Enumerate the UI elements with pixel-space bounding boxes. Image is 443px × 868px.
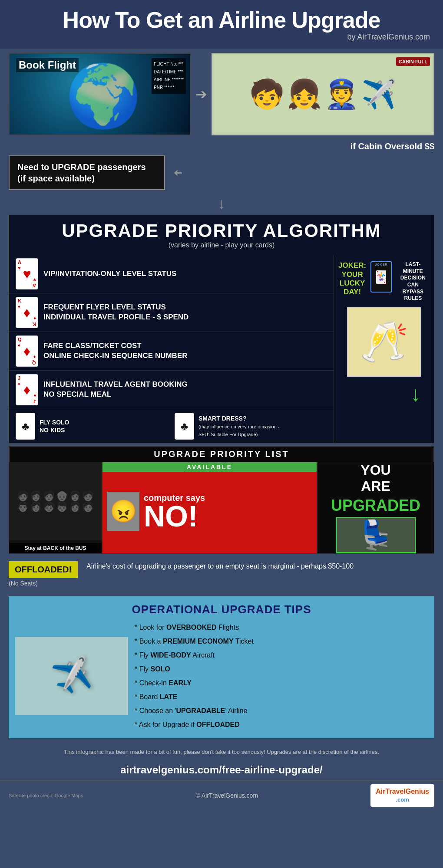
- offloaded-label: OFFLOADED!: [15, 565, 72, 574]
- footer-url: airtravelgenius.com/free-airline-upgrade…: [0, 762, 443, 780]
- tip-6: * Board LATE: [135, 690, 428, 704]
- main-title: How To Get an Airline Upgrade: [4, 8, 439, 33]
- champagne-icon: 🥂: [360, 319, 408, 365]
- tip-3: * Fly WIDE-BODY Aircraft: [135, 648, 428, 662]
- card-queen-diamonds: Q♦ ♦ Q♦: [16, 335, 38, 367]
- card-king-diamonds: K♦ ♦ K♦: [16, 297, 38, 328]
- priority-list-title: UPGRADE PRIORITY LIST: [12, 449, 431, 459]
- algorithm-subtitle: (varies by airline - play your cards): [11, 241, 432, 253]
- green-arrow-down: ↓: [338, 382, 430, 406]
- tips-section: OPERATIONAL UPGRADE TIPS ✈️ * Look for O…: [9, 596, 434, 738]
- tips-plane-box: ✈️: [15, 637, 128, 715]
- brand-domain: .com: [396, 796, 409, 803]
- card-entry-frequent-flyer: K♦ ♦ K♦ FREQUENT FLYER LEVEL STATUSINDIV…: [9, 293, 334, 332]
- cabin-full-badge: CABIN FULL: [396, 57, 430, 66]
- joker-row: JOKER:YOURLUCKYDAY! 🃏 LAST-MINUTEDECISIO…: [338, 261, 430, 302]
- airline-field: AIRLINE *******: [154, 76, 184, 84]
- copyright-text: © AirTravelGenius.com: [195, 792, 258, 799]
- book-flight-label: Book Flight: [16, 58, 79, 72]
- seat-icon: 💺: [358, 519, 393, 552]
- toy-person-2: 👧: [287, 78, 322, 111]
- computer-content: 😠 computer says NO!: [102, 492, 317, 531]
- date-time: DATE/TIME ***: [154, 68, 184, 76]
- offloaded-section: OFFLOADED! (No Seats) Airline's cost of …: [0, 556, 443, 592]
- frequent-flyer-label: FREQUENT FLYER LEVEL STATUSINDIVIDUAL TR…: [43, 302, 188, 322]
- algorithm-section: UPGRADE PRIORITY ALGORITHM (varies by ai…: [9, 215, 434, 444]
- cost-text: Airline's cost of upgrading a passenger …: [86, 561, 434, 572]
- brand-logo: AirTravelGenius .com: [370, 784, 434, 807]
- last-minute-label: LAST-MINUTEDECISIONCAN BYPASSRULES: [397, 261, 430, 302]
- airplane-icon: ✈️: [49, 654, 94, 698]
- algorithm-title: UPGRADE PRIORITY ALGORITHM: [11, 220, 432, 241]
- double-entry-row: ♣ FLY SOLONO KIDS ♣ SMART DRESS?(may inf…: [9, 409, 334, 443]
- upgraded-label: UPGRADED: [331, 496, 420, 515]
- card-jack-diamonds: J♦ ♦ J♦: [16, 374, 38, 405]
- header: How To Get an Airline Upgrade by AirTrav…: [0, 0, 443, 49]
- vip-label: VIP/INVITATION-ONLY LEVEL STATUS: [43, 269, 176, 279]
- tips-header: OPERATIONAL UPGRADE TIPS: [15, 603, 428, 616]
- computer-face-icon: 😠: [107, 492, 139, 531]
- toy-pilot: 👮: [324, 78, 359, 111]
- oversold-row: if Cabin Oversold $$: [0, 140, 443, 153]
- upgraded-seat-image: 💺: [336, 517, 416, 553]
- tip-2: * Book a PREMIUM ECONOMY Ticket: [135, 635, 428, 648]
- toy-airplane-box: CABIN FULL 🧒 👧 👮 ✈️: [212, 53, 434, 135]
- card-clubs-solo: ♣: [16, 413, 35, 440]
- left-arrow-icon: ➔: [174, 167, 182, 179]
- joker-text-box: JOKER:YOURLUCKYDAY!: [338, 261, 366, 297]
- pnr-field: PNR ******: [154, 84, 184, 92]
- need-upgrade-text: Need to UPGRADE passengers (if space ava…: [17, 162, 146, 183]
- footer-bottom: Satellite photo credit: Google Maps © Ai…: [0, 780, 443, 813]
- smart-dress-entry: ♣ SMART DRESS?(may influence on very rar…: [175, 413, 327, 440]
- card-entry-fare-class: Q♦ ♦ Q♦ FARE CLASS/TICKET COSTONLINE CHE…: [9, 332, 334, 371]
- priority-list-header: UPGRADE PRIORITY LIST: [9, 446, 434, 462]
- algorithm-columns: A♥ ♥ A♥ VIP/INVITATION-ONLY LEVEL STATUS…: [9, 255, 434, 443]
- tip-5: * Check-in EARLY: [135, 676, 428, 690]
- book-flight-section: Book Flight FLIGHT No. *** DATE/TIME ***…: [0, 49, 443, 140]
- offloaded-sub: (No Seats): [9, 578, 78, 587]
- card-entry-vip: A♥ ♥ A♥ VIP/INVITATION-ONLY LEVEL STATUS: [9, 255, 334, 293]
- travel-agent-label: INFLUENTIAL TRAVEL AGENT BOOKINGNO SPECI…: [43, 380, 188, 400]
- crowd-image: 🧑 👩 🧑 👴 👩 🧑 👨 👩 🧒 👦 👩 🧑: [9, 462, 102, 540]
- fare-class-label: FARE CLASS/TICKET COSTONLINE CHECK-IN SE…: [43, 341, 188, 361]
- tips-body: ✈️ * Look for OVERBOOKED Flights * Book …: [15, 621, 428, 732]
- fly-solo-entry: ♣ FLY SOLONO KIDS: [16, 413, 168, 440]
- says-no-group: computer says NO!: [144, 493, 205, 529]
- priority-list-body: 🧑 👩 🧑 👴 👩 🧑 👨 👩 🧒 👦 👩 🧑 Stay at BACK of …: [9, 462, 434, 553]
- tips-list: * Look for OVERBOOKED Flights * Book a P…: [135, 621, 428, 732]
- need-upgrade-box: Need to UPGRADE passengers (if space ava…: [9, 155, 165, 190]
- available-bar: AVAILABLE: [102, 462, 317, 472]
- algorithm-right-column: JOKER:YOURLUCKYDAY! 🃏 LAST-MINUTEDECISIO…: [334, 255, 434, 443]
- byline: by AirTravelGenius.com: [4, 33, 439, 45]
- offloaded-group: OFFLOADED! (No Seats): [9, 561, 78, 587]
- priority-list-section: UPGRADE PRIORITY LIST 🧑 👩 🧑 👴 👩 🧑 👨 👩 🧒 …: [9, 446, 434, 554]
- champagne-image: 🥂: [347, 307, 421, 377]
- card-ace-hearts: A♥ ♥ A♥: [16, 258, 38, 289]
- toy-plane-icon: ✈️: [361, 78, 397, 111]
- photo-credit: Satellite photo credit: Google Maps: [9, 793, 83, 798]
- right-arrow-icon: ➔: [191, 86, 212, 102]
- flight-no: FLIGHT No. ***: [154, 60, 184, 68]
- smart-dress-label: SMART DRESS?(may influence on very rare …: [198, 414, 279, 438]
- disclaimer: This infographic has been made for a bit…: [0, 743, 443, 762]
- joker-card-icon: 🃏: [370, 261, 392, 293]
- computer-no-label: NO!: [144, 503, 205, 529]
- algorithm-header: UPGRADE PRIORITY ALGORITHM (varies by ai…: [9, 215, 434, 255]
- toy-person-1: 🧒: [249, 78, 284, 111]
- card-entry-travel-agent: J♦ ♦ J♦ INFLUENTIAL TRAVEL AGENT BOOKING…: [9, 371, 334, 409]
- down-arrow: ↓: [0, 192, 443, 215]
- computer-says-no-section: AVAILABLE 😠 computer says NO!: [102, 462, 317, 553]
- joker-label: JOKER:YOURLUCKYDAY!: [338, 261, 366, 297]
- footer-url-text: airtravelgenius.com/free-airline-upgrade…: [120, 764, 322, 776]
- back-of-bus-section: 🧑 👩 🧑 👴 👩 🧑 👨 👩 🧒 👦 👩 🧑 Stay at BACK of …: [9, 462, 102, 553]
- stay-back-label: Stay at BACK of the BUS: [9, 543, 102, 553]
- tip-1: * Look for OVERBOOKED Flights: [135, 621, 428, 635]
- tip-8: * Ask for Upgrade if OFFLOADED: [135, 718, 428, 732]
- fly-solo-label: FLY SOLONO KIDS: [40, 418, 69, 434]
- tip-7: * Choose an 'UPGRADABLE' Airline: [135, 704, 428, 718]
- need-upgrade-row: Need to UPGRADE passengers (if space ava…: [0, 153, 443, 192]
- offloaded-box: OFFLOADED!: [9, 561, 78, 578]
- card-clubs-dress: ♣: [175, 413, 194, 440]
- brand-name: AirTravel: [376, 788, 405, 795]
- earth-globe-box: Book Flight FLIGHT No. *** DATE/TIME ***…: [9, 53, 191, 135]
